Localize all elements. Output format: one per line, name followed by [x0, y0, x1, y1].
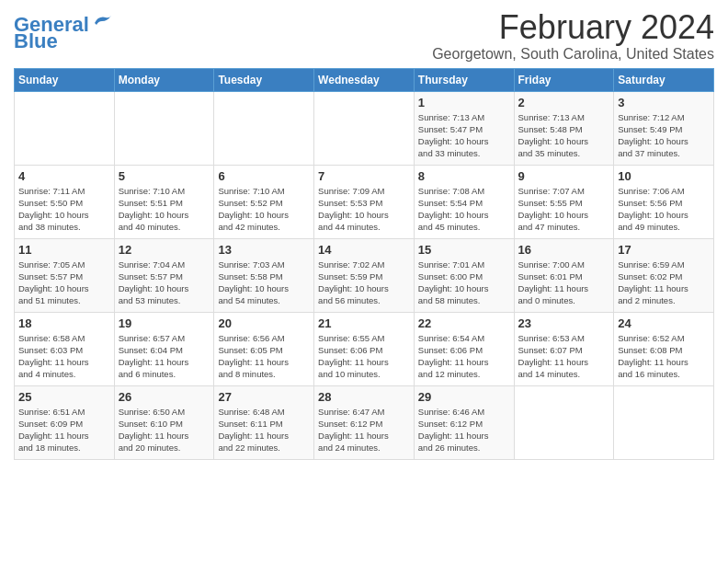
day-info: Sunrise: 6:50 AM Sunset: 6:10 PM Dayligh…	[119, 406, 210, 454]
day-info: Sunrise: 6:56 AM Sunset: 6:05 PM Dayligh…	[218, 332, 310, 381]
day-number: 9	[518, 169, 610, 183]
day-cell	[15, 91, 115, 165]
day-cell: 11Sunrise: 7:05 AM Sunset: 5:57 PM Dayli…	[15, 238, 115, 312]
day-info: Sunrise: 6:48 AM Sunset: 6:11 PM Dayligh…	[218, 406, 310, 454]
day-cell: 28Sunrise: 6:47 AM Sunset: 6:12 PM Dayli…	[314, 385, 415, 459]
day-cell: 13Sunrise: 7:03 AM Sunset: 5:58 PM Dayli…	[214, 238, 314, 312]
day-info: Sunrise: 7:10 AM Sunset: 5:51 PM Dayligh…	[119, 185, 210, 234]
day-number: 24	[618, 316, 710, 330]
day-number: 17	[618, 243, 710, 257]
day-cell: 26Sunrise: 6:50 AM Sunset: 6:10 PM Dayli…	[114, 385, 214, 459]
day-info: Sunrise: 6:57 AM Sunset: 6:04 PM Dayligh…	[119, 332, 210, 381]
day-info: Sunrise: 6:55 AM Sunset: 6:06 PM Dayligh…	[318, 332, 410, 381]
day-info: Sunrise: 7:02 AM Sunset: 5:59 PM Dayligh…	[318, 259, 410, 307]
day-cell	[314, 91, 415, 165]
week-row-4: 18Sunrise: 6:58 AM Sunset: 6:03 PM Dayli…	[15, 312, 714, 385]
day-cell	[214, 91, 314, 165]
week-row-1: 1Sunrise: 7:13 AM Sunset: 5:47 PM Daylig…	[15, 91, 714, 165]
logo: General Blue	[14, 15, 113, 52]
day-info: Sunrise: 7:12 AM Sunset: 5:49 PM Dayligh…	[618, 111, 710, 160]
header-wednesday: Wednesday	[314, 68, 415, 91]
week-row-3: 11Sunrise: 7:05 AM Sunset: 5:57 PM Dayli…	[15, 238, 714, 312]
day-number: 1	[418, 96, 510, 109]
day-number: 28	[318, 390, 410, 404]
day-cell: 1Sunrise: 7:13 AM Sunset: 5:47 PM Daylig…	[414, 91, 514, 165]
day-cell: 20Sunrise: 6:56 AM Sunset: 6:05 PM Dayli…	[214, 312, 314, 385]
day-number: 8	[418, 169, 510, 183]
day-number: 4	[18, 169, 110, 183]
day-info: Sunrise: 6:58 AM Sunset: 6:03 PM Dayligh…	[18, 332, 110, 381]
day-cell: 21Sunrise: 6:55 AM Sunset: 6:06 PM Dayli…	[314, 312, 415, 385]
day-number: 11	[18, 243, 110, 257]
header-tuesday: Tuesday	[214, 68, 314, 91]
day-number: 21	[318, 316, 410, 330]
header-thursday: Thursday	[414, 68, 514, 91]
day-number: 19	[119, 316, 210, 330]
day-info: Sunrise: 7:10 AM Sunset: 5:52 PM Dayligh…	[218, 185, 310, 234]
day-cell: 27Sunrise: 6:48 AM Sunset: 6:11 PM Dayli…	[214, 385, 314, 459]
day-cell: 17Sunrise: 6:59 AM Sunset: 6:02 PM Dayli…	[614, 238, 714, 312]
day-info: Sunrise: 6:51 AM Sunset: 6:09 PM Dayligh…	[18, 406, 110, 454]
day-info: Sunrise: 6:59 AM Sunset: 6:02 PM Dayligh…	[618, 259, 710, 307]
day-number: 5	[119, 169, 210, 183]
page-title: February 2024	[432, 9, 714, 46]
day-info: Sunrise: 7:11 AM Sunset: 5:50 PM Dayligh…	[18, 185, 110, 234]
day-number: 25	[18, 390, 110, 404]
day-number: 13	[218, 243, 310, 257]
header-monday: Monday	[114, 68, 214, 91]
day-info: Sunrise: 6:47 AM Sunset: 6:12 PM Dayligh…	[318, 406, 410, 454]
day-number: 2	[518, 96, 610, 109]
day-info: Sunrise: 7:13 AM Sunset: 5:48 PM Dayligh…	[518, 111, 610, 160]
day-info: Sunrise: 6:46 AM Sunset: 6:12 PM Dayligh…	[418, 406, 510, 454]
calendar-header-row: SundayMondayTuesdayWednesdayThursdayFrid…	[15, 68, 714, 91]
day-number: 14	[318, 243, 410, 257]
day-cell: 24Sunrise: 6:52 AM Sunset: 6:08 PM Dayli…	[614, 312, 714, 385]
day-cell: 4Sunrise: 7:11 AM Sunset: 5:50 PM Daylig…	[15, 165, 115, 238]
day-number: 6	[218, 169, 310, 183]
day-cell: 18Sunrise: 6:58 AM Sunset: 6:03 PM Dayli…	[15, 312, 115, 385]
day-number: 15	[418, 243, 510, 257]
day-info: Sunrise: 7:08 AM Sunset: 5:54 PM Dayligh…	[418, 185, 510, 234]
day-number: 12	[119, 243, 210, 257]
page-subtitle: Georgetown, South Carolina, United State…	[432, 46, 714, 63]
week-row-5: 25Sunrise: 6:51 AM Sunset: 6:09 PM Dayli…	[15, 385, 714, 459]
day-cell: 2Sunrise: 7:13 AM Sunset: 5:48 PM Daylig…	[514, 91, 614, 165]
logo-blue-text: Blue	[14, 31, 58, 52]
day-info: Sunrise: 6:54 AM Sunset: 6:06 PM Dayligh…	[418, 332, 510, 381]
day-cell	[114, 91, 214, 165]
day-cell	[614, 385, 714, 459]
day-info: Sunrise: 7:13 AM Sunset: 5:47 PM Dayligh…	[418, 111, 510, 160]
day-cell: 15Sunrise: 7:01 AM Sunset: 6:00 PM Dayli…	[414, 238, 514, 312]
day-info: Sunrise: 7:07 AM Sunset: 5:55 PM Dayligh…	[518, 185, 610, 234]
day-number: 18	[18, 316, 110, 330]
day-number: 26	[119, 390, 210, 404]
day-cell: 22Sunrise: 6:54 AM Sunset: 6:06 PM Dayli…	[414, 312, 514, 385]
day-info: Sunrise: 7:00 AM Sunset: 6:01 PM Dayligh…	[518, 259, 610, 307]
day-cell: 29Sunrise: 6:46 AM Sunset: 6:12 PM Dayli…	[414, 385, 514, 459]
day-number: 27	[218, 390, 310, 404]
day-number: 7	[318, 169, 410, 183]
week-row-2: 4Sunrise: 7:11 AM Sunset: 5:50 PM Daylig…	[15, 165, 714, 238]
day-cell: 12Sunrise: 7:04 AM Sunset: 5:57 PM Dayli…	[114, 238, 214, 312]
day-info: Sunrise: 7:04 AM Sunset: 5:57 PM Dayligh…	[119, 259, 210, 307]
day-number: 10	[618, 169, 710, 183]
day-info: Sunrise: 6:52 AM Sunset: 6:08 PM Dayligh…	[618, 332, 710, 381]
day-number: 22	[418, 316, 510, 330]
day-cell: 8Sunrise: 7:08 AM Sunset: 5:54 PM Daylig…	[414, 165, 514, 238]
day-cell: 7Sunrise: 7:09 AM Sunset: 5:53 PM Daylig…	[314, 165, 415, 238]
day-number: 29	[418, 390, 510, 404]
day-info: Sunrise: 7:03 AM Sunset: 5:58 PM Dayligh…	[218, 259, 310, 307]
day-cell: 10Sunrise: 7:06 AM Sunset: 5:56 PM Dayli…	[614, 165, 714, 238]
header-sunday: Sunday	[15, 68, 115, 91]
day-info: Sunrise: 7:05 AM Sunset: 5:57 PM Dayligh…	[18, 259, 110, 307]
title-area: February 2024 Georgetown, South Carolina…	[432, 9, 714, 63]
day-info: Sunrise: 7:01 AM Sunset: 6:00 PM Dayligh…	[418, 259, 510, 307]
day-number: 23	[518, 316, 610, 330]
day-cell: 16Sunrise: 7:00 AM Sunset: 6:01 PM Dayli…	[514, 238, 614, 312]
day-cell	[514, 385, 614, 459]
header: General Blue February 2024 Georgetown, S…	[14, 9, 714, 63]
logo-bird-icon	[91, 14, 113, 30]
day-number: 3	[618, 96, 710, 109]
day-info: Sunrise: 7:06 AM Sunset: 5:56 PM Dayligh…	[618, 185, 710, 234]
day-cell: 5Sunrise: 7:10 AM Sunset: 5:51 PM Daylig…	[114, 165, 214, 238]
